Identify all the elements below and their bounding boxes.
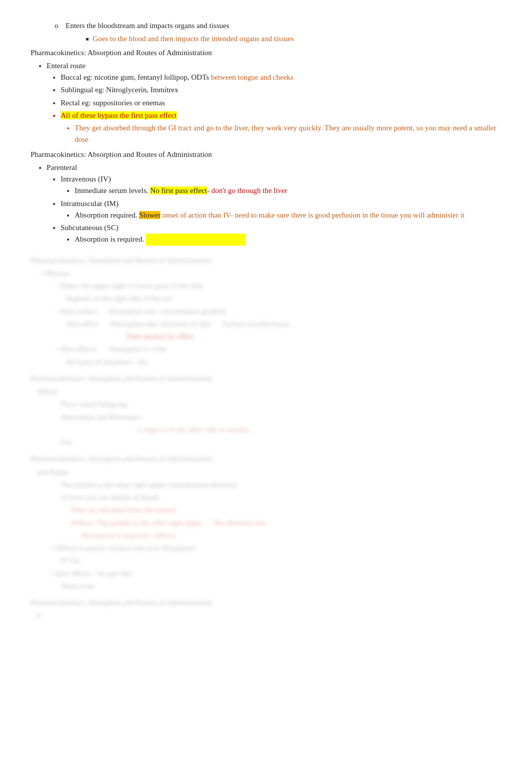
section2-list: Parenteral Intravenous (IV) Immediate se…: [31, 162, 501, 246]
list-item-sc: Subcutaneous (SC) Absorption is required…: [61, 222, 501, 246]
list-item-bypass: All of these bypass the first pass effec…: [61, 110, 501, 121]
bypass-children: They get absorbed through the GI tract a…: [61, 122, 501, 146]
list-item-sc-detail: Absorption is required.: [75, 234, 501, 245]
iv-children: Immediate serum levels. No first pass ef…: [61, 185, 501, 197]
blurred-content: Pharmacokinetics: Absorption and Routes …: [31, 255, 501, 622]
list-item-im: Intramuscular (IM) Absorption required. …: [61, 198, 501, 222]
enteral-children: Buccal eg: nicotine gum, fentanyl lollip…: [47, 72, 501, 146]
im-children: Absorption required. Slower onset of act…: [61, 210, 501, 221]
section1-list: Enteral route Buccal eg: nicotine gum, f…: [31, 60, 501, 146]
parenteral-children: Intravenous (IV) Immediate serum levels.…: [47, 173, 501, 246]
list-item-iv: Intravenous (IV) Immediate serum levels.…: [61, 173, 501, 197]
sc-children: Absorption is required.: [61, 234, 501, 245]
intro-bullet-2: ■ Goes to the blood and then impacts the…: [31, 33, 501, 45]
list-item-absorbed: They get absorbed through the GI tract a…: [75, 122, 501, 146]
list-item-sublingual: Sublingual eg: Nitroglycerin, Immitrex: [61, 84, 501, 96]
square-bullet-icon: ■: [86, 35, 89, 43]
list-item-im-detail: Absorption required. Slower onset of act…: [75, 210, 501, 221]
intro-bullet-2-text: Goes to the blood and then impacts the i…: [93, 33, 294, 45]
list-item-enteral: Enteral route Buccal eg: nicotine gum, f…: [47, 60, 501, 146]
document-content: Enters the bloodstream and impacts organ…: [31, 20, 501, 622]
section1-header: Pharmacokinetics: Absorption and Routes …: [31, 47, 501, 59]
section2-header: Pharmacokinetics: Absorption and Routes …: [31, 149, 501, 160]
list-item-buccal: Buccal eg: nicotine gum, fentanyl lollip…: [61, 72, 501, 83]
intro-bullet-1: Enters the bloodstream and impacts organ…: [31, 20, 501, 32]
list-item-parenteral: Parenteral Intravenous (IV) Immediate se…: [47, 162, 501, 246]
list-item-iv-detail: Immediate serum levels. No first pass ef…: [75, 185, 501, 197]
list-item-rectal: Rectal eg: suppositories or enemas: [61, 97, 501, 109]
